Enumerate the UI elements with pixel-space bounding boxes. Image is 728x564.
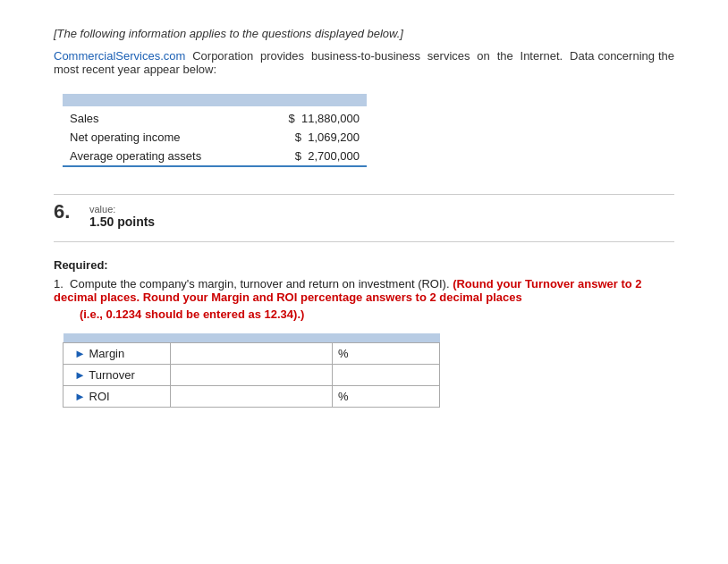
intro-paragraph: CommercialServices.com Corporation provi… [54,49,674,76]
row-amount-sales: $ 11,880,000 [254,106,367,128]
roi-arrow: ► [71,390,86,403]
turnover-arrow: ► [71,368,86,382]
roi-input[interactable] [171,386,332,407]
instruction-red-2: (i.e., 0.1234 should be entered as 12.34… [54,307,674,321]
roi-input-cell[interactable] [171,386,333,408]
section-divider-2 [54,241,674,242]
row-amount-noi: $ 1,069,200 [254,128,367,147]
currency-sales: $ [288,112,294,125]
intro-note: [The following information applies to th… [54,27,674,40]
value-label: value: [89,204,155,215]
points-label: 1.50 points [89,215,155,229]
margin-unit: % [333,343,440,365]
row-label-sales: Sales [63,106,254,128]
input-row-roi: ► ROI % [63,386,440,408]
input-col-header-1 [63,333,171,343]
margin-label: ► Margin [63,343,171,365]
table-row: Sales $ 11,880,000 [63,106,367,128]
turnover-input[interactable] [171,365,332,385]
margin-input-cell[interactable] [171,343,333,365]
value-sales: 11,880,000 [301,112,360,125]
instruction-text-red-2: (i.e., 0.1234 should be entered as 12.34… [54,307,304,321]
margin-text: Margin [89,347,125,360]
col-header-label [63,94,254,106]
required-title: Required: [54,258,674,272]
input-row-turnover: ► Turnover [63,365,440,386]
margin-arrow: ► [71,347,86,360]
required-section: Required: 1. Compute the company's margi… [54,258,674,408]
turnover-label: ► Turnover [63,365,171,386]
turnover-input-cell[interactable] [171,365,333,386]
turnover-text: Turnover [89,368,135,382]
currency-noi: $ [295,130,301,144]
margin-input[interactable] [171,343,332,364]
row-amount-aoa: $ 2,700,000 [254,147,367,166]
value-noi: 1,069,200 [308,130,360,144]
financial-data-table: Sales $ 11,880,000 Net operating income … [63,94,367,167]
roi-text: ROI [89,390,110,403]
question-row: 6. value: 1.50 points [54,204,674,229]
instruction-text-normal: 1. Compute the company's margin, turnove… [54,277,453,290]
table-row: Net operating income $ 1,069,200 [63,128,367,147]
input-row-margin: ► Margin % [63,343,440,365]
question-meta: value: 1.50 points [89,204,155,229]
section-divider [54,194,674,195]
instruction-normal: 1. Compute the company's margin, turnove… [54,277,674,304]
currency-aoa: $ [295,149,301,163]
the-word: the [497,49,513,63]
question-number: 6. [54,200,89,223]
input-col-header-2 [171,333,333,343]
input-table: ► Margin % ► Turnover [63,333,440,408]
input-col-header-3 [333,333,440,343]
table-row: Average operating assets $ 2,700,000 [63,147,367,166]
row-label-noi: Net operating income [63,128,254,147]
turnover-unit [333,365,440,386]
col-header-amount [254,94,367,106]
roi-unit: % [333,386,440,408]
company-name: CommercialServices.com [54,49,185,63]
roi-label: ► ROI [63,386,171,408]
value-aoa: 2,700,000 [308,149,360,163]
page-container: [The following information applies to th… [0,0,728,564]
row-label-aoa: Average operating assets [63,147,254,166]
